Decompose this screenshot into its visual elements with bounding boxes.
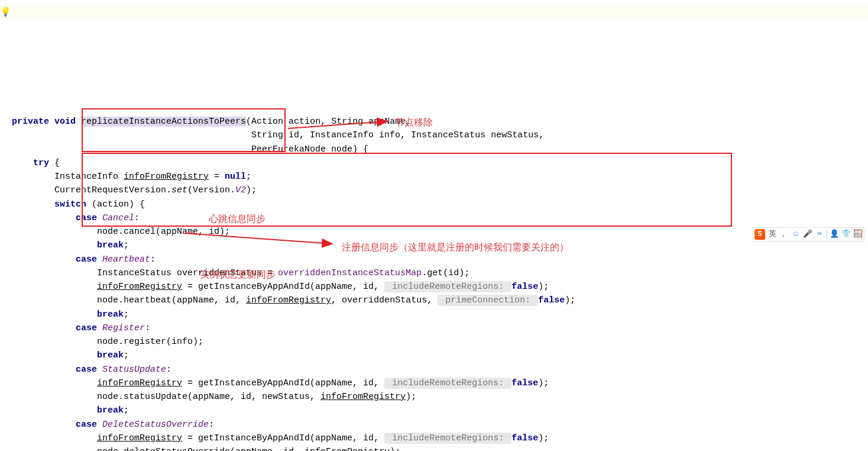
hb-l2b: infoFromRegistry [97,282,182,292]
kw-case-5: case [76,420,97,430]
pc-1: ); [538,282,549,292]
hb-l3a: node.heartbeat(appName, id, [12,295,246,305]
ime-user-icon[interactable]: 👤 [830,230,839,239]
ime-emoji-icon[interactable]: ☺ [791,230,801,239]
case-delete: DeleteStatusOverride [102,420,209,430]
keyword-try: try [33,158,49,168]
su-l1c: = getInstanceByAppAndId(appName, id, [182,378,384,388]
case-register: Register [102,323,145,333]
ime-tool-icon[interactable]: 🪟 [853,230,863,239]
del-l1c: = getInstanceByAppAndId(appName, id, [182,433,384,443]
colon-4: : [166,365,171,375]
del-l2a: node.deleteStatusOverride(appName, id, [12,447,305,451]
hb-l1c: .get(id); [422,268,469,278]
su-l2a: node.statusUpdate(appName, id, newStatus… [12,392,320,402]
su-l1b: infoFromRegistry [97,378,182,388]
annotation-cancel-label: 节点移除 [395,115,433,130]
kw-break-2: break [97,310,124,320]
semi-2: ; [124,310,129,320]
ime-separator [827,230,827,239]
svg-line-3 [184,233,332,244]
ime-toolbar[interactable]: S 英 , ☺ 🎤 ⌨ 👤 👕 🪟 [753,227,864,241]
case-heartbeat: Heartbeat [102,255,150,265]
hint-prime: primeConnection: [438,295,538,306]
kw-false-3: false [511,378,538,388]
hb-l3c: , overriddenStatus, [331,295,438,305]
kw-false-2: false [538,295,565,305]
hint-irr-3: includeRemoteRegions: [384,433,511,444]
ime-logo-icon[interactable]: S [754,229,765,240]
su-l1a [12,378,97,388]
kw-break-4: break [97,405,124,415]
pc-4: ); [406,392,416,402]
annotation-box-cancel [82,108,286,152]
kw-false-4: false [511,433,538,443]
arrow-to-cancel-label [287,115,392,133]
svg-line-1 [288,121,387,128]
colon-2: : [150,255,156,265]
bulb-icon[interactable]: 💡 [0,6,7,13]
kw-case-2: case [76,255,97,265]
kw-break-3: break [97,350,124,360]
kw-case-4: case [76,365,97,375]
hb-l3b: infoFromRegistry [246,295,331,305]
annotation-status-label: 实例状态更新同步 [200,268,276,282]
annotation-box-heartbeat [82,153,732,227]
semi-3: ; [124,350,129,360]
annotation-heartbeat-label: 心跳信息同步 [209,212,265,227]
ime-skin-icon[interactable]: 👕 [841,230,851,239]
current-line-highlight [0,5,868,19]
pc-5: ); [538,433,549,443]
del-l2b: infoFromRegistry [305,447,390,451]
kw-false-1: false [511,282,538,292]
pc-3: ); [538,378,549,388]
case-status: StatusUpdate [102,365,166,375]
arrow-to-register-label [183,231,337,249]
su-l2b: infoFromRegistry [320,392,406,402]
del-l1b: infoFromRegistry [97,433,182,443]
kw-break-1: break [97,240,124,250]
del-l1a [12,433,97,443]
colon-3: : [145,323,150,333]
hint-irr-2: includeRemoteRegions: [384,378,511,389]
ime-mic-icon[interactable]: 🎤 [803,230,812,239]
hb-l1b: overriddenInstanceStatusMap [278,268,422,278]
reg-body: node.register(info); [12,337,203,347]
pc-6: ); [390,447,400,451]
hb-l2a [12,282,97,292]
hb-l2c: = getInstanceByAppAndId(appName, id, [182,282,384,292]
kw-case-3: case [76,323,97,333]
hint-irr-1: includeRemoteRegions: [384,281,511,292]
colon-5: : [209,420,214,430]
ime-lang-icon[interactable]: 英 [767,230,777,239]
pc-2: ); [565,295,575,305]
semi-4: ; [124,405,129,415]
try-brace: { [49,158,60,168]
semi-1: ; [124,240,129,250]
ime-keyboard-icon[interactable]: ⌨ [815,230,824,239]
annotation-register-label: 注册信息同步（这里就是注册的时候我们需要关注的） [342,240,569,255]
keyword-void: void [54,117,76,127]
keyword-private: private [12,117,49,127]
ime-punct-icon[interactable]: , [779,230,789,239]
